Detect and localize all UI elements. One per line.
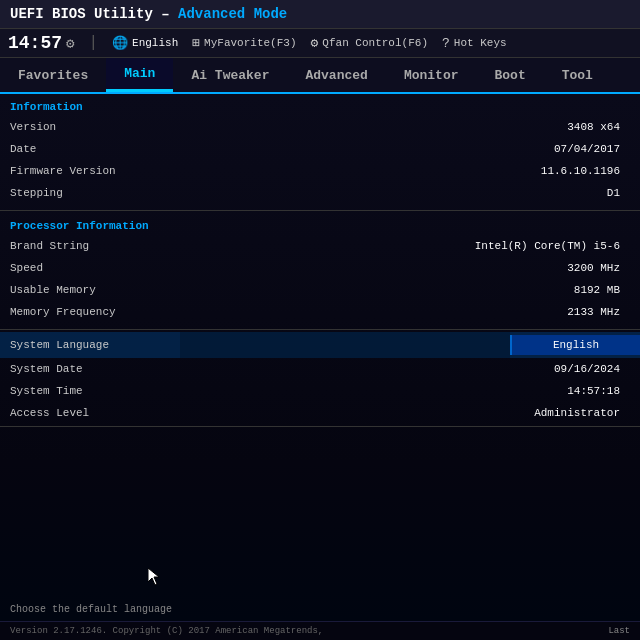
version-row: Version 3408 x64 [0, 116, 640, 138]
tab-ai-tweaker[interactable]: Ai Tweaker [173, 60, 287, 91]
last-label: Last [608, 626, 630, 636]
tab-advanced[interactable]: Advanced [287, 60, 385, 91]
qfan-label: Qfan Control(F6) [322, 37, 428, 49]
main-content: UEFI BIOS Utility – Advanced Mode 14:57 … [0, 0, 640, 640]
clock-time: 14:57 [8, 33, 62, 53]
brand-string-row: Brand String Intel(R) Core(TM) i5-6 [0, 235, 640, 257]
nav-tabs: Favorites Main Ai Tweaker Advanced Monit… [0, 58, 640, 94]
system-language-value[interactable]: English [510, 335, 640, 355]
date-value: 07/04/2017 [230, 143, 630, 155]
firmware-value: 11.6.10.1196 [230, 165, 630, 177]
access-level-label: Access Level [10, 407, 230, 419]
brand-string-label: Brand String [10, 240, 230, 252]
access-level-value: Administrator [230, 407, 630, 419]
memory-freq-label: Memory Frequency [10, 306, 230, 318]
bottom-bar: Version 2.17.1246. Copyright (C) 2017 Am… [0, 621, 640, 640]
version-copyright: Version 2.17.1246. Copyright (C) 2017 Am… [10, 626, 323, 636]
separator: | [88, 34, 98, 52]
hotkeys-label: Hot Keys [454, 37, 507, 49]
language-menu-item[interactable]: 🌐 English [112, 35, 178, 51]
bios-info-section: Information Version 3408 x64 Date 07/04/… [0, 94, 640, 208]
language-mid [180, 332, 510, 358]
hotkeys-menu-item[interactable]: ? Hot Keys [442, 36, 507, 51]
date-label: Date [10, 143, 230, 155]
gear-icon[interactable]: ⚙ [66, 35, 74, 52]
system-time-label: System Time [10, 385, 230, 397]
memory-row: Usable Memory 8192 MB [0, 279, 640, 301]
date-row: Date 07/04/2017 [0, 138, 640, 160]
qfan-menu-item[interactable]: ⚙ Qfan Control(F6) [311, 35, 428, 51]
system-date-row: System Date 09/16/2024 [0, 358, 640, 380]
system-date-value: 09/16/2024 [230, 363, 630, 375]
time-display: 14:57 ⚙ [8, 33, 74, 53]
memory-label: Usable Memory [10, 284, 230, 296]
tab-favorites[interactable]: Favorites [0, 60, 106, 91]
stepping-label: Stepping [10, 187, 230, 199]
processor-info-section: Processor Information Brand String Intel… [0, 213, 640, 327]
globe-icon: 🌐 [112, 35, 128, 51]
stepping-row: Stepping D1 [0, 182, 640, 204]
memory-freq-value: 2133 MHz [230, 306, 630, 318]
title-highlight: Advanced Mode [178, 6, 287, 22]
language-row[interactable]: System Language English [0, 332, 640, 358]
star-icon: ⊞ [192, 35, 200, 51]
processor-info-header: Processor Information [0, 217, 640, 235]
divider-2 [0, 329, 640, 330]
speed-row: Speed 3200 MHz [0, 257, 640, 279]
memory-freq-row: Memory Frequency 2133 MHz [0, 301, 640, 323]
hotkeys-icon: ? [442, 36, 450, 51]
system-time-row: System Time 14:57:18 [0, 380, 640, 402]
firmware-row: Firmware Version 11.6.10.1196 [0, 160, 640, 182]
bios-info-header: Information [0, 98, 640, 116]
speed-value: 3200 MHz [230, 262, 630, 274]
fan-icon: ⚙ [311, 35, 319, 51]
firmware-label: Firmware Version [10, 165, 230, 177]
tab-monitor[interactable]: Monitor [386, 60, 477, 91]
brand-string-value: Intel(R) Core(TM) i5-6 [230, 240, 630, 252]
title-prefix: UEFI BIOS Utility – [10, 6, 178, 22]
footer-note: Choose the default language [10, 604, 172, 615]
footer-section: Choose the default language [0, 597, 640, 621]
system-time-value: 14:57:18 [230, 385, 630, 397]
speed-label: Speed [10, 262, 230, 274]
system-language-label: System Language [0, 335, 180, 355]
myfavorite-label: MyFavorite(F3) [204, 37, 296, 49]
menu-bar: 14:57 ⚙ | 🌐 English ⊞ MyFavorite(F3) ⚙ Q… [0, 29, 640, 58]
memory-value: 8192 MB [230, 284, 630, 296]
divider-3 [0, 426, 640, 427]
version-value: 3408 x64 [230, 121, 630, 133]
title-bar: UEFI BIOS Utility – Advanced Mode [0, 0, 640, 29]
language-label: English [132, 37, 178, 49]
tab-tool[interactable]: Tool [544, 60, 611, 91]
access-level-row: Access Level Administrator [0, 402, 640, 424]
myfavorite-menu-item[interactable]: ⊞ MyFavorite(F3) [192, 35, 296, 51]
version-label: Version [10, 121, 230, 133]
tab-boot[interactable]: Boot [476, 60, 543, 91]
title-text: UEFI BIOS Utility – Advanced Mode [10, 6, 287, 22]
divider-1 [0, 210, 640, 211]
stepping-value: D1 [230, 187, 630, 199]
content-area: Information Version 3408 x64 Date 07/04/… [0, 94, 640, 621]
tab-main[interactable]: Main [106, 58, 173, 92]
system-date-label: System Date [10, 363, 230, 375]
